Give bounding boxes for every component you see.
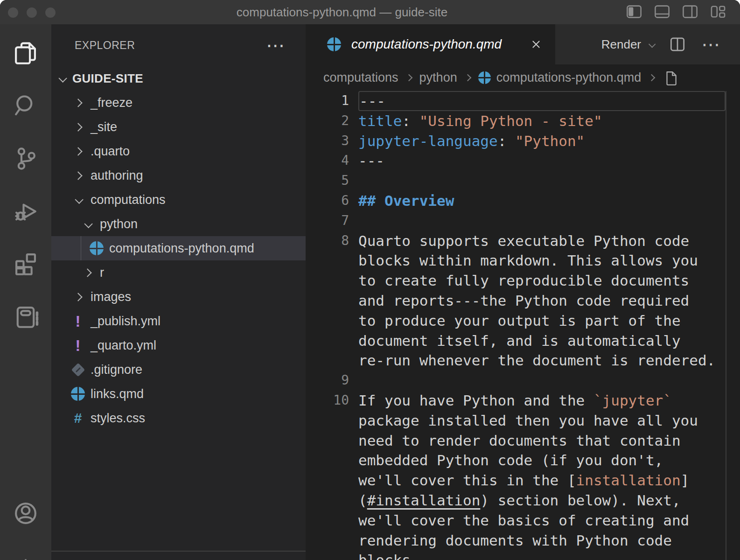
tree-item-label: _quarto.yml <box>91 338 156 353</box>
code-line[interactable]: 10If you have Python and the `jupyter` <box>306 391 740 411</box>
tree-item--site[interactable]: _site <box>51 115 306 139</box>
explorer-sidebar: EXPLORER ⋯ GUIDE-SITE _freeze_site.quart… <box>51 24 306 560</box>
tree-item-computations-python-qmd[interactable]: computations-python.qmd <box>51 236 306 260</box>
line-number <box>306 511 358 531</box>
code-line-text: (#installation) section below). Next, <box>358 490 726 511</box>
tree-item-links-qmd[interactable]: links.qmd <box>51 382 306 406</box>
line-number <box>306 291 358 311</box>
quarto-icon <box>478 71 491 84</box>
breadcrumbs: computationspythoncomputations-python.qm… <box>306 64 740 91</box>
line-number <box>306 490 358 511</box>
code-line[interactable]: 6## Overview <box>306 191 740 211</box>
code-line-text: Quarto supports executable Python code <box>358 231 726 251</box>
tree-item-label: _freeze <box>91 96 133 110</box>
chevron-right-icon <box>648 74 656 82</box>
tree-item-python[interactable]: python <box>51 212 306 236</box>
tree-item--quarto-yml[interactable]: !_quarto.yml <box>51 333 306 357</box>
code-line[interactable]: 4--- <box>306 151 740 171</box>
chevron-down-icon <box>58 74 67 82</box>
tree-item-label: images <box>91 290 131 304</box>
tree-item-styles-css[interactable]: #styles.css <box>51 406 306 430</box>
code-editor[interactable]: 1---2title: "Using Python - site"3jupyte… <box>306 91 740 560</box>
tree-item--quarto[interactable]: .quarto <box>51 139 306 163</box>
code-line[interactable]: package installed then you have all you <box>306 411 740 431</box>
more-actions-icon[interactable]: ⋯ <box>266 41 285 50</box>
tree-item-computations[interactable]: computations <box>51 188 306 212</box>
account-icon[interactable] <box>0 499 51 527</box>
tree-item--freeze[interactable]: _freeze <box>51 91 306 115</box>
yaml-icon: ! <box>75 337 80 353</box>
code-line[interactable]: 3jupyter-language: "Python" <box>306 131 740 151</box>
tree-item-label: computations <box>91 193 166 207</box>
tab-computations-python[interactable]: computations-python.qmd <box>306 24 555 64</box>
code-line-text: blocks within markdown. This allows you <box>358 251 726 271</box>
line-number: 4 <box>306 151 358 171</box>
line-number: 5 <box>306 171 358 191</box>
tree-item-label: styles.css <box>91 411 145 426</box>
tree-item--publish-yml[interactable]: !_publish.yml <box>51 309 306 333</box>
code-line[interactable]: 7 <box>306 211 740 231</box>
close-tab-icon[interactable] <box>529 37 543 51</box>
code-line[interactable]: need to render documents that contain <box>306 431 740 451</box>
tree-item-r[interactable]: r <box>51 260 306 285</box>
explorer-icon[interactable] <box>0 39 51 67</box>
code-line[interactable]: (#installation) section below). Next, <box>306 490 740 511</box>
code-line[interactable]: we'll cover the basics of creating and <box>306 511 740 531</box>
code-line[interactable]: 8Quarto supports executable Python code <box>306 231 740 251</box>
code-line[interactable]: 5 <box>306 171 740 191</box>
line-number: 10 <box>306 391 358 411</box>
breadcrumb-item[interactable]: computations <box>323 70 398 85</box>
code-line-text: If you have Python and the `jupyter` <box>358 391 726 411</box>
code-line[interactable]: 9 <box>306 371 740 391</box>
breadcrumb-item[interactable]: python <box>419 70 457 85</box>
line-number: 2 <box>306 111 358 131</box>
css-icon: # <box>74 411 82 425</box>
zoom-button[interactable] <box>45 7 56 18</box>
code-line-text: embedded Python code (if you don't, <box>358 450 726 470</box>
code-line[interactable]: and reports---the Python code required <box>306 291 740 311</box>
tree-item-label: computations-python.qmd <box>109 241 254 256</box>
more-actions-icon[interactable]: ⋯ <box>701 40 720 49</box>
code-line-text: --- <box>358 151 726 171</box>
search-icon[interactable] <box>0 92 51 120</box>
toggle-panel-icon[interactable] <box>653 3 671 20</box>
source-control-icon[interactable] <box>0 145 51 173</box>
tree-item--gitignore[interactable]: .gitignore <box>51 357 306 382</box>
chevron-right-icon <box>74 98 82 107</box>
indent-guide <box>81 236 81 260</box>
tree-root-guide-site[interactable]: GUIDE-SITE <box>51 66 306 91</box>
split-editor-icon[interactable] <box>669 35 686 53</box>
code-line[interactable]: 2title: "Using Python - site" <box>306 111 740 131</box>
code-line[interactable]: blocks within markdown. This allows you <box>306 251 740 271</box>
editor-actions: Render ⋯ <box>555 24 740 64</box>
breadcrumb-item[interactable]: computations-python.qmd <box>496 70 642 85</box>
code-line-text: we'll cover the basics of creating and <box>358 511 726 531</box>
line-number: 7 <box>306 211 358 231</box>
close-button[interactable] <box>8 7 18 18</box>
customize-layout-icon[interactable] <box>709 3 727 20</box>
run-and-debug-icon[interactable] <box>0 197 51 225</box>
yaml-icon: ! <box>75 313 80 329</box>
code-line[interactable]: embedded Python code (if you don't, <box>306 450 740 470</box>
code-line[interactable]: blocks. <box>306 550 740 560</box>
code-line[interactable]: we'll cover this in the [installation] <box>306 470 740 490</box>
extensions-icon[interactable] <box>0 250 51 278</box>
notebook-icon[interactable] <box>0 303 51 331</box>
toggle-sidebar-right-icon[interactable] <box>681 3 699 20</box>
code-line[interactable]: to produce your output is part of the <box>306 311 740 331</box>
code-line[interactable]: 1--- <box>306 91 740 111</box>
line-number: 6 <box>306 191 358 211</box>
tree-item-authoring[interactable]: authoring <box>51 163 306 188</box>
code-line[interactable]: re-run whenever the document is rendered… <box>306 350 740 371</box>
minimize-button[interactable] <box>27 7 37 18</box>
render-button[interactable]: Render <box>601 37 654 52</box>
toggle-sidebar-left-icon[interactable] <box>625 3 643 20</box>
code-line-text: rendering documents with Python code <box>358 531 726 551</box>
tree-item-images[interactable]: images <box>51 285 306 309</box>
code-line[interactable]: to create fully reproducible documents <box>306 271 740 291</box>
code-line[interactable]: rendering documents with Python code <box>306 531 740 551</box>
outline-section-header[interactable]: OUTLINE <box>51 551 306 560</box>
line-number <box>306 271 358 291</box>
code-line[interactable]: document itself, and is automatically <box>306 331 740 351</box>
settings-gear-icon[interactable] <box>0 555 51 560</box>
